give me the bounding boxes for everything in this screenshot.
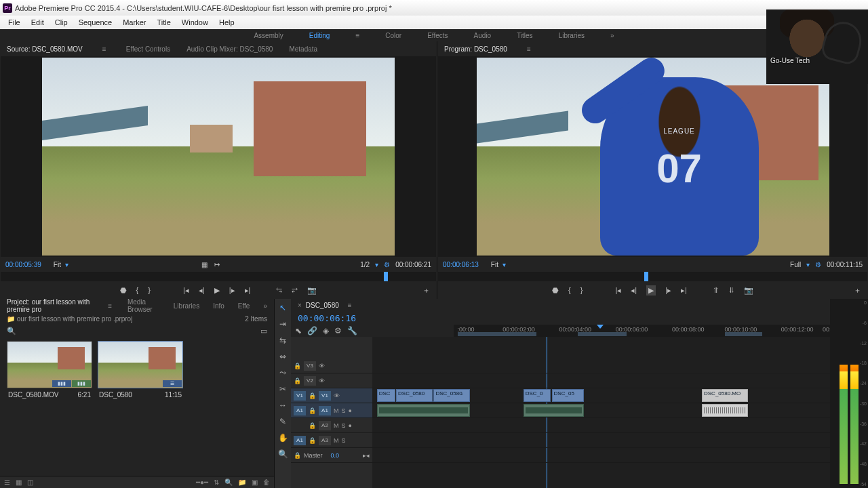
button-editor-icon[interactable]: ＋ <box>854 285 861 296</box>
settings-icon[interactable]: ⚙ <box>334 326 342 336</box>
workspace-assembly[interactable]: Assembly <box>254 32 283 39</box>
tab-source[interactable]: Source: DSC_0580.MOV <box>7 45 83 53</box>
track-select-tool-icon[interactable]: ⇥ <box>279 319 286 329</box>
tab-menu-icon[interactable]: ≡ <box>524 45 534 53</box>
ripple-tool-icon[interactable]: ⇆ <box>279 336 286 345</box>
menu-window[interactable]: Window <box>176 18 214 26</box>
source-timecode[interactable]: 00:00:05:39 <box>5 261 41 268</box>
tab-media-browser[interactable]: Media Browser <box>127 298 160 313</box>
menu-file[interactable]: File <box>3 18 26 26</box>
go-to-in-icon[interactable]: |◂ <box>615 286 621 295</box>
zoom-tool-icon[interactable]: 🔍 <box>278 449 288 459</box>
linked-selection-icon[interactable]: 🔗 <box>307 326 317 336</box>
wrench-icon[interactable]: 🔧 <box>347 326 357 336</box>
mark-out-icon[interactable]: } <box>580 286 583 294</box>
icon-view-icon[interactable]: ▦ <box>16 479 22 486</box>
tab-program[interactable]: Program: DSC_0580 <box>444 45 507 53</box>
timeline-ruler[interactable]: :00:00 00:00:02:00 00:00:04:00 00:00:06:… <box>454 325 830 337</box>
bin-item-sequence[interactable]: ☰ DSC_058011:15 <box>98 341 183 401</box>
clip-audio[interactable] <box>702 404 748 417</box>
source-zoom-fit[interactable]: Fit <box>54 261 61 268</box>
menu-clip[interactable]: Clip <box>50 18 73 26</box>
button-editor-icon[interactable]: ＋ <box>422 285 430 296</box>
program-res[interactable]: Full <box>790 261 801 268</box>
playhead-indicator[interactable] <box>597 325 604 337</box>
bin-item-clip[interactable]: ▮▮▮ ▮▮▮ DSC_0580.MOV6:21 <box>7 341 92 401</box>
workspace-editing[interactable]: Editing <box>309 32 330 39</box>
pen-tool-icon[interactable]: ✎ <box>279 417 286 426</box>
list-view-icon[interactable]: ☰ <box>4 479 10 486</box>
go-to-in-icon[interactable]: |◂ <box>183 286 189 295</box>
track-target-v1[interactable]: V1 <box>319 391 331 401</box>
chevron-down-icon[interactable]: ▾ <box>806 261 810 268</box>
chevron-down-icon[interactable]: ▾ <box>65 261 68 268</box>
step-back-icon[interactable]: ◂| <box>199 286 205 295</box>
workspace-menu-icon[interactable]: ≡ <box>355 32 359 39</box>
tab-audio-mixer[interactable]: Audio Clip Mixer: DSC_0580 <box>186 45 273 53</box>
marker-icon[interactable]: ⬣ <box>120 286 127 295</box>
mark-in-icon[interactable]: { <box>136 286 139 294</box>
selection-tool-icon[interactable]: ↖ <box>279 303 286 312</box>
overflow-icon[interactable]: » <box>263 302 267 310</box>
track-target-a2[interactable]: A2 <box>319 421 331 430</box>
timeline-tab[interactable]: DSC_0580 <box>306 302 339 309</box>
out-icon[interactable]: ↦ <box>214 261 220 268</box>
expand-icon[interactable]: ▸◂ <box>363 452 370 459</box>
clip-audio[interactable] <box>524 404 584 417</box>
menu-marker[interactable]: Marker <box>117 18 151 26</box>
tab-effect-controls[interactable]: Effect Controls <box>126 45 170 53</box>
track-lanes[interactable]: DSC DSC_0580 DSC_0580. DSC_0 DSC_05 DSC_… <box>372 337 830 488</box>
play-icon[interactable]: ▶ <box>646 285 656 296</box>
new-item-icon[interactable]: ▣ <box>252 479 258 486</box>
clip-video[interactable]: DSC_0 <box>524 389 551 402</box>
folder-icon[interactable]: ▭ <box>260 327 267 336</box>
tab-effects[interactable]: Effe <box>238 302 250 310</box>
menu-title[interactable]: Title <box>151 18 176 26</box>
go-to-out-icon[interactable]: ▸| <box>245 286 251 295</box>
tab-menu-icon[interactable]: ≡ <box>344 302 355 309</box>
snap-icon[interactable]: ⬉ <box>295 326 302 336</box>
razor-tool-icon[interactable]: ✂ <box>279 384 286 394</box>
overwrite-icon[interactable]: ⥂ <box>292 286 298 295</box>
safe-margins-icon[interactable]: ▦ <box>201 261 208 268</box>
clip-audio[interactable] <box>377 404 471 417</box>
program-timecode[interactable]: 00:00:06:13 <box>443 261 479 268</box>
track-target-a1[interactable]: A1 <box>319 406 331 415</box>
step-fwd-icon[interactable]: |▸ <box>229 286 235 295</box>
program-scrubber[interactable] <box>438 272 867 281</box>
workspace-overflow-icon[interactable]: » <box>610 32 614 39</box>
rate-tool-icon[interactable]: ⤳ <box>279 368 286 378</box>
extract-icon[interactable]: ⥥ <box>728 286 734 295</box>
export-frame-icon[interactable]: 📷 <box>744 286 753 295</box>
eye-icon[interactable]: 👁 <box>319 363 325 369</box>
track-target-v2[interactable]: V2 <box>304 376 316 386</box>
source-res[interactable]: 1/2 <box>360 261 370 268</box>
export-frame-icon[interactable]: 📷 <box>307 286 317 295</box>
master-value[interactable]: 0.0 <box>331 452 340 459</box>
timeline-timecode[interactable]: 00:00:06:16 <box>298 313 356 323</box>
menu-help[interactable]: Help <box>214 18 240 26</box>
menu-sequence[interactable]: Sequence <box>73 18 118 26</box>
mark-out-icon[interactable]: } <box>148 286 151 294</box>
track-target-a3[interactable]: A3 <box>319 436 331 445</box>
new-bin-icon[interactable]: 📁 <box>238 479 246 486</box>
find-icon[interactable]: 🔍 <box>224 479 233 486</box>
project-bins[interactable]: ▮▮▮ ▮▮▮ DSC_0580.MOV6:21 ☰ DSC_058011:15 <box>0 337 274 476</box>
tab-menu-icon[interactable]: ≡ <box>106 302 113 310</box>
step-back-icon[interactable]: ◂| <box>631 286 637 295</box>
clip-video[interactable]: DSC_0580 <box>396 389 433 402</box>
clip-video[interactable]: DSC_0580. <box>433 389 470 402</box>
tab-project[interactable]: Project: our fisrt lesson with premire p… <box>7 298 92 313</box>
sort-icon[interactable]: ⇅ <box>214 479 219 486</box>
track-target-v3[interactable]: V3 <box>304 361 316 371</box>
tab-info[interactable]: Info <box>213 302 224 310</box>
clip-video[interactable]: DSC_05 <box>552 389 584 402</box>
marker-icon[interactable]: ⬣ <box>552 286 559 295</box>
workspace-audio[interactable]: Audio <box>474 32 492 39</box>
play-icon[interactable]: ▶ <box>214 286 220 295</box>
source-patch-a3[interactable]: A1 <box>294 436 306 445</box>
lift-icon[interactable]: ⥣ <box>713 286 719 295</box>
workspace-effects[interactable]: Effects <box>427 32 448 39</box>
workspace-titles[interactable]: Titles <box>517 32 533 39</box>
source-scrubber[interactable] <box>1 272 436 281</box>
